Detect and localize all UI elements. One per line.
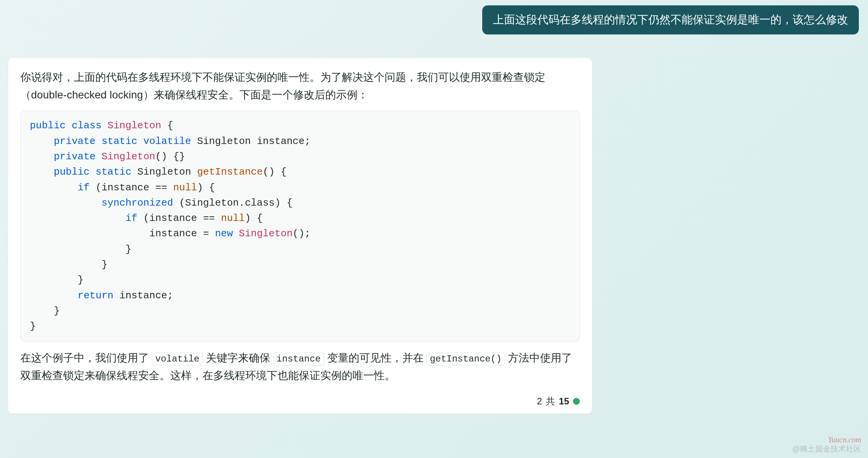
kw-private: private: [54, 136, 95, 147]
kw-static: static: [101, 136, 137, 147]
literal-null: null: [221, 213, 245, 224]
watermark-community: @稀土掘金技术社区: [792, 444, 861, 454]
status-dot-icon: [573, 398, 580, 405]
method-getinstance: getInstance: [197, 166, 263, 178]
ctor-name: Singleton: [101, 151, 155, 162]
assistant-message-card: 你说得对，上面的代码在多线程环境下不能保证实例的唯一性。为了解决这个问题，我们可…: [8, 57, 592, 414]
user-message-text: 上面这段代码在多线程的情况下仍然不能保证实例是唯一的，该怎么修改: [493, 13, 848, 26]
inline-code-volatile: volatile: [152, 353, 203, 365]
kw-if: if: [78, 182, 90, 193]
kw-public: public: [30, 120, 66, 131]
page-of-label: 共: [546, 395, 555, 407]
kw-private: private: [54, 151, 95, 162]
literal-null: null: [173, 182, 197, 193]
kw-new: new: [215, 228, 233, 239]
kw-volatile: volatile: [143, 136, 191, 147]
assistant-explanation: 在这个例子中，我们使用了 volatile 关键字来确保 instance 变量…: [20, 349, 580, 384]
explain-seg-3: 变量的可见性，并在: [324, 352, 427, 364]
kw-static: static: [96, 166, 132, 178]
new-singleton: Singleton: [239, 228, 292, 239]
kw-class: class: [72, 120, 101, 131]
user-message-bubble: 上面这段代码在多线程的情况下仍然不能保证实例是唯一的，该怎么修改: [482, 5, 859, 34]
classname-singleton: Singleton: [108, 120, 161, 131]
explain-seg-2: 关键字来确保: [203, 352, 273, 364]
pagination-footer: 2 共 15: [20, 395, 580, 407]
explain-seg-1: 在这个例子中，我们使用了: [20, 352, 152, 364]
page-total: 15: [559, 396, 569, 407]
inline-code-instance: instance: [273, 353, 324, 365]
page-current: 2: [537, 396, 542, 407]
kw-synchronized: synchronized: [101, 197, 173, 209]
kw-public: public: [54, 166, 90, 178]
watermark-site: Yuucn.com: [828, 435, 861, 444]
code-block[interactable]: public class Singleton { private static …: [20, 111, 580, 341]
kw-if: if: [126, 213, 137, 224]
kw-return: return: [78, 290, 114, 301]
assistant-intro: 你说得对，上面的代码在多线程环境下不能保证实例的唯一性。为了解决这个问题，我们可…: [20, 69, 580, 104]
inline-code-getinstance: getInstance(): [426, 353, 505, 365]
